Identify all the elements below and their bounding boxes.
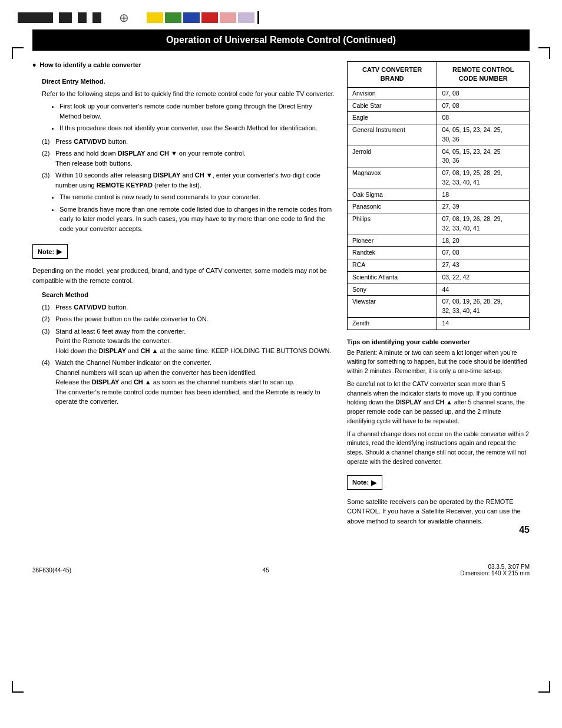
- color-bar-yellow: [147, 12, 163, 23]
- table-cell-code: 07, 08, 19, 26, 28, 29,32, 33, 40, 41: [437, 296, 530, 318]
- table-row: General Instrument04, 05, 15, 23, 24, 25…: [348, 124, 530, 146]
- step-3: (3) Within 10 seconds after releasing DI…: [42, 170, 335, 190]
- table-cell-brand: Viewstar: [348, 296, 437, 318]
- corner-mark-tr: [538, 47, 550, 59]
- table-cell-code: 04, 05, 15, 23, 24, 25,30, 36: [437, 124, 530, 146]
- table-row: Zenith14: [348, 317, 530, 330]
- black-bars-left: [18, 12, 101, 23]
- table-cell-code: 07, 08: [437, 100, 530, 112]
- step-1: (1) Press CATV/DVD button.: [42, 137, 335, 147]
- table-cell-code: 04, 05, 15, 23, 24, 2530, 36: [437, 146, 530, 167]
- table-cell-code: 44: [437, 284, 530, 296]
- tips-para-1: Be Patient: A minute or two can seem a l…: [347, 348, 530, 376]
- table-cell-code: 18, 20: [437, 235, 530, 247]
- bullet-item-2: If this procedure does not identify your…: [59, 123, 335, 133]
- page-title: Operation of Universal Remote Control (C…: [32, 29, 530, 51]
- search-step-2-num: (2): [42, 314, 52, 324]
- search-step-2-text: Press the power button on the cable conv…: [55, 314, 209, 324]
- note2-label: Note:: [352, 479, 369, 486]
- table-cell-brand: Zenith: [348, 317, 437, 330]
- table-cell-brand: Cable Star: [348, 100, 437, 112]
- table-cell-brand: RCA: [348, 259, 437, 272]
- table-cell-brand: Sony: [348, 284, 437, 296]
- step-2: (2) Press and hold down DISPLAY and CH ▼…: [42, 149, 335, 168]
- table-row: RCA27, 43: [348, 259, 530, 272]
- table-cell-code: 18: [437, 189, 530, 201]
- step-3-text: Within 10 seconds after releasing DISPLA…: [55, 170, 335, 190]
- note1-box: Note: ▶: [32, 244, 68, 259]
- table-row: Oak Sigma18: [348, 189, 530, 201]
- tips-para-3: If a channel change does not occur on th…: [347, 430, 530, 467]
- table-row: Cable Star07, 08: [348, 100, 530, 112]
- table-row: Randtek07, 08: [348, 247, 530, 259]
- direct-entry-heading: Direct Entry Method.: [42, 77, 335, 87]
- note1-arrow: ▶: [57, 247, 62, 256]
- identify-heading-text: How to identify a cable converter: [39, 61, 141, 68]
- bottom-bar: 36F630(44-45) 45 03.3.5, 3:07 PM Dimensi…: [0, 553, 562, 582]
- black-bar-1: [18, 12, 53, 23]
- search-step-2: (2) Press the power button on the cable …: [42, 314, 335, 324]
- table-row: Panasonic27, 39: [348, 201, 530, 213]
- table-cell-brand: Philips: [348, 213, 437, 235]
- note1-container: Note: ▶ Depending on the model, year pro…: [32, 239, 335, 285]
- two-column-layout: • How to identify a cable converter Dire…: [32, 61, 530, 531]
- table-header-code: REMOTE CONTROLCODE NUMBER: [437, 62, 530, 88]
- table-cell-brand: Panasonic: [348, 201, 437, 213]
- step-2-num: (2): [42, 149, 52, 168]
- table-row: Philips07, 08, 19, 26, 28, 29,32, 33, 40…: [348, 213, 530, 235]
- direct-entry-bullets2: The remote control is now ready to send …: [51, 192, 335, 233]
- search-step-3: (3) Stand at least 6 feet away from the …: [42, 327, 335, 356]
- corner-mark-br: [538, 681, 550, 693]
- bullet-item-1: First look up your converter's remote co…: [59, 101, 335, 121]
- table-row: Magnavox07, 08, 19, 25, 28, 29,32, 33, 4…: [348, 167, 530, 189]
- step-1-text: Press CATV/DVD button.: [55, 137, 128, 147]
- table-row: Jerrold04, 05, 15, 23, 24, 2530, 36: [348, 146, 530, 167]
- color-bars-right: [147, 12, 254, 23]
- step-2-text: Press and hold down DISPLAY and CH ▼ on …: [55, 149, 246, 168]
- table-cell-brand: Jerrold: [348, 146, 437, 167]
- note1-label: Note:: [38, 248, 54, 255]
- search-step-1-num: (1): [42, 302, 52, 312]
- table-cell-brand: Pioneer: [348, 235, 437, 247]
- table-cell-code: 07, 08, 19, 25, 28, 29,32, 33, 40, 41: [437, 167, 530, 189]
- search-method-section: Search Method (1) Press CATV/DVD button.…: [42, 290, 335, 407]
- crosshair-center: ⊕: [119, 11, 129, 25]
- note2-text: Some satellite receivers can be operated…: [347, 497, 530, 526]
- search-method-heading: Search Method: [42, 290, 335, 300]
- direct-entry-section: Direct Entry Method. Refer to the follow…: [42, 77, 335, 233]
- table-cell-code: 07, 08: [437, 87, 530, 100]
- bullet-dot: •: [32, 60, 36, 71]
- table-cell-code: 08: [437, 112, 530, 124]
- converter-table: CATV CONVERTERBRAND REMOTE CONTROLCODE N…: [347, 61, 530, 330]
- bottom-dimension: Dimension: 140 X 215 mm: [460, 570, 530, 577]
- top-decorative-bar: ⊕: [0, 0, 562, 29]
- table-cell-code: 03, 22, 42: [437, 271, 530, 284]
- color-bar-pink: [220, 12, 236, 23]
- search-step-4-text: Watch the Channel Number indicator on th…: [55, 358, 335, 407]
- note2-arrow: ▶: [371, 478, 377, 487]
- search-step-4-num: (4): [42, 358, 52, 407]
- note1-text: Depending on the model, year produced, b…: [32, 266, 335, 285]
- tips-heading: Tips on identifying your cable converter: [347, 338, 530, 345]
- color-bar-green: [165, 12, 181, 23]
- table-cell-brand: General Instrument: [348, 124, 437, 146]
- corner-mark-tl: [12, 47, 24, 59]
- table-cell-code: 27, 39: [437, 201, 530, 213]
- section-heading-identify: • How to identify a cable converter: [32, 61, 335, 71]
- search-step-4: (4) Watch the Channel Number indicator o…: [42, 358, 335, 407]
- table-cell-code: 07, 08, 19, 26, 28, 29,32, 33, 40, 41: [437, 213, 530, 235]
- color-bar-red: [201, 12, 218, 23]
- search-step-1-text: Press CATV/DVD button.: [55, 302, 128, 312]
- table-cell-brand: Scientific Atlanta: [348, 271, 437, 284]
- bottom-page-num: 45: [263, 567, 269, 574]
- bottom-doc-ref: 36F630(44-45): [32, 567, 71, 574]
- step-1-num: (1): [42, 137, 52, 147]
- direct-entry-bullets: First look up your converter's remote co…: [51, 101, 335, 133]
- right-column: CATV CONVERTERBRAND REMOTE CONTROLCODE N…: [347, 61, 530, 531]
- table-cell-code: 07, 08: [437, 247, 530, 259]
- table-row: Pioneer18, 20: [348, 235, 530, 247]
- table-cell-code: 27, 43: [437, 259, 530, 272]
- table-row: Sony44: [348, 284, 530, 296]
- table-row: Scientific Atlanta03, 22, 42: [348, 271, 530, 284]
- table-row: Anvision07, 08: [348, 87, 530, 100]
